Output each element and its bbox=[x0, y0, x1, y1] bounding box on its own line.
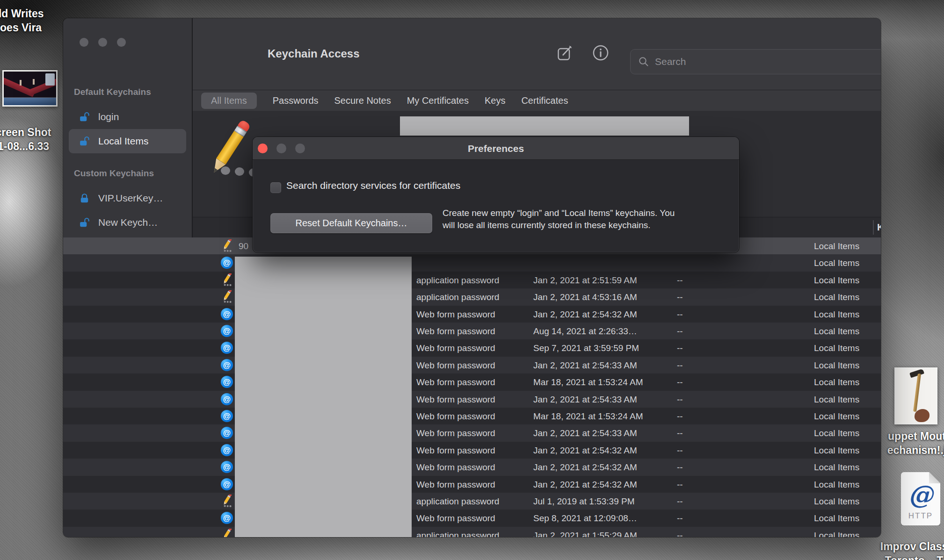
item-name: 90 bbox=[239, 237, 248, 255]
table-row[interactable]: Web form passwordSep 8, 2021 at 12:09:08… bbox=[63, 510, 881, 527]
sidebar-item-login[interactable]: login bbox=[69, 105, 186, 129]
item-kind: Web form password bbox=[416, 510, 495, 527]
item-keychain: Local Items bbox=[814, 306, 859, 323]
item-kind: application password bbox=[416, 493, 499, 510]
label-line: Toronto... T bbox=[879, 553, 944, 560]
table-row[interactable]: Web form passwordJan 2, 2021 at 2:54:32 … bbox=[63, 442, 881, 459]
desktop-thumbnail-puppet-photo[interactable] bbox=[894, 367, 937, 424]
item-keychain: Local Items bbox=[814, 442, 859, 459]
at-icon bbox=[220, 460, 233, 474]
desktop-file-label-screenshot[interactable]: creen Shot 1-08...6.33 bbox=[0, 125, 62, 153]
dialog-title: Preferences bbox=[253, 137, 739, 160]
item-expires: -- bbox=[677, 476, 683, 493]
info-icon[interactable] bbox=[592, 44, 610, 62]
tab-certificates[interactable]: Certificates bbox=[521, 95, 568, 106]
table-row[interactable]: Web form passwordJan 2, 2021 at 2:54:32 … bbox=[63, 459, 881, 476]
table-row[interactable]: Web form passwordJan 2, 2021 at 2:54:33 … bbox=[63, 357, 881, 374]
at-icon bbox=[220, 375, 233, 388]
keychain-column-header[interactable]: Keychain bbox=[877, 217, 881, 237]
item-expires: -- bbox=[677, 510, 683, 527]
table-row[interactable]: Web form passwordMar 18, 2021 at 1:53:24… bbox=[63, 373, 881, 391]
sidebar-item-label: login bbox=[98, 111, 119, 122]
item-keychain: Local Items bbox=[814, 288, 859, 306]
item-expires: -- bbox=[677, 527, 683, 537]
item-keychain: Local Items bbox=[814, 408, 859, 425]
item-keychain: Local Items bbox=[814, 476, 859, 493]
pencil-icon bbox=[220, 290, 233, 303]
label-line: echanism!.j bbox=[886, 443, 944, 457]
application-password-pencil-icon bbox=[204, 115, 260, 185]
reset-description: Create new empty “login” and “Local Item… bbox=[443, 207, 723, 231]
item-keychain: Local Items bbox=[814, 357, 859, 374]
desktop-thumbnail-game-screenshot[interactable] bbox=[2, 70, 58, 107]
item-date-modified: Jan 2, 2021 at 4:53:16 AM bbox=[533, 288, 637, 306]
checkbox-label: Search directory services for certificat… bbox=[286, 180, 460, 191]
item-kind: Web form password bbox=[416, 323, 495, 340]
table-row[interactable]: Web form passwordSep 7, 2021 at 3:59:59 … bbox=[63, 339, 881, 357]
item-date-modified: Jan 2, 2021 at 2:54:33 AM bbox=[533, 424, 637, 442]
table-row[interactable]: application passwordJan 2, 2021 at 4:53:… bbox=[63, 288, 881, 306]
item-expires: -- bbox=[677, 306, 683, 323]
table-row[interactable]: Web form passwordAug 14, 2021 at 2:26:33… bbox=[63, 323, 881, 340]
item-keychain: Local Items bbox=[814, 391, 859, 408]
search-field[interactable] bbox=[630, 49, 881, 74]
sidebar-item-local-items[interactable]: Local Items bbox=[69, 129, 186, 153]
reset-description-line: Create new empty “login” and “Local Item… bbox=[443, 207, 723, 219]
table-row[interactable]: application passwordJan 2, 2021 at 1:55:… bbox=[63, 527, 881, 537]
item-kind: application password bbox=[416, 527, 499, 537]
tab-passwords[interactable]: Passwords bbox=[273, 95, 319, 106]
desktop-webloc-file-icon[interactable]: @ HTTP bbox=[901, 472, 940, 525]
sidebar-item-vip-userkey[interactable]: VIP.UserKey… bbox=[69, 186, 186, 210]
at-icon bbox=[220, 478, 233, 491]
table-row[interactable]: Web form passwordMar 18, 2021 at 1:53:24… bbox=[63, 408, 881, 425]
lock-open-icon bbox=[79, 217, 90, 229]
item-keychain: Local Items bbox=[814, 459, 859, 476]
search-directory-services-checkbox[interactable] bbox=[270, 182, 281, 193]
window-controls bbox=[80, 38, 140, 47]
thumbnail-art bbox=[913, 373, 921, 412]
item-expires: -- bbox=[677, 339, 683, 357]
table-row[interactable]: <uLocal Items bbox=[63, 254, 881, 272]
window-title: Keychain Access bbox=[268, 47, 360, 60]
item-kind: Web form password bbox=[416, 391, 495, 408]
item-expires: -- bbox=[677, 323, 683, 340]
thumbnail-art bbox=[45, 73, 55, 86]
toolbar: Keychain Access bbox=[193, 18, 881, 90]
table-row[interactable]: Web form passwordJan 2, 2021 at 2:54:32 … bbox=[63, 476, 881, 493]
label-line: creen Shot bbox=[0, 125, 62, 139]
table-row[interactable]: Web form passwordJan 2, 2021 at 2:54:33 … bbox=[63, 424, 881, 442]
tab-secure-notes[interactable]: Secure Notes bbox=[334, 95, 391, 106]
tab-keys[interactable]: Keys bbox=[485, 95, 505, 106]
table-row[interactable]: application passwordJan 2, 2021 at 2:51:… bbox=[63, 272, 881, 289]
zoom-button[interactable] bbox=[117, 38, 126, 47]
sidebar-item-label: New Keych… bbox=[98, 217, 158, 228]
at-icon bbox=[220, 409, 233, 423]
column-divider[interactable] bbox=[873, 220, 874, 235]
close-button[interactable] bbox=[80, 38, 88, 47]
search-input[interactable] bbox=[654, 56, 881, 68]
item-keychain: Local Items bbox=[814, 237, 859, 255]
table-row[interactable]: Web form passwordJan 2, 2021 at 2:54:32 … bbox=[63, 306, 881, 323]
reset-default-keychains-button[interactable]: Reset Default Keychains… bbox=[270, 213, 432, 233]
tab-my-certificates[interactable]: My Certificates bbox=[407, 95, 469, 106]
label-line: 1-08...6.33 bbox=[0, 139, 62, 153]
table-row[interactable]: application passwordJul 1, 2019 at 1:53:… bbox=[63, 493, 881, 510]
sidebar-item-label: Local Items bbox=[98, 136, 148, 147]
sidebar-item-new-keych[interactable]: New Keych… bbox=[69, 210, 186, 235]
new-item-icon[interactable] bbox=[556, 44, 574, 62]
desktop-file-label-top-left[interactable]: r-Old Writes d...oes Vira bbox=[0, 7, 55, 35]
tab-all-items[interactable]: All Items bbox=[201, 93, 257, 109]
dialog-title-bar: Preferences bbox=[253, 137, 739, 160]
item-expires: -- bbox=[677, 272, 683, 289]
desktop-file-label-improv[interactable]: Improv Class Toronto... T bbox=[879, 539, 944, 560]
item-date-modified: Jan 2, 2021 at 2:54:32 AM bbox=[533, 306, 637, 323]
sidebar-item-label: VIP.UserKey… bbox=[98, 193, 163, 204]
at-glyph-icon: @ bbox=[901, 480, 940, 510]
at-icon bbox=[220, 324, 233, 337]
table-row[interactable]: Web form passwordJan 2, 2021 at 2:54:33 … bbox=[63, 391, 881, 408]
at-icon bbox=[220, 341, 233, 354]
label-line: r-Old Writes bbox=[0, 7, 55, 21]
item-date-modified: Jan 2, 2021 at 2:54:33 AM bbox=[533, 391, 637, 408]
minimize-button[interactable] bbox=[98, 38, 107, 47]
desktop-file-label-puppet[interactable]: uppet Mout echanism!.j bbox=[886, 429, 944, 457]
